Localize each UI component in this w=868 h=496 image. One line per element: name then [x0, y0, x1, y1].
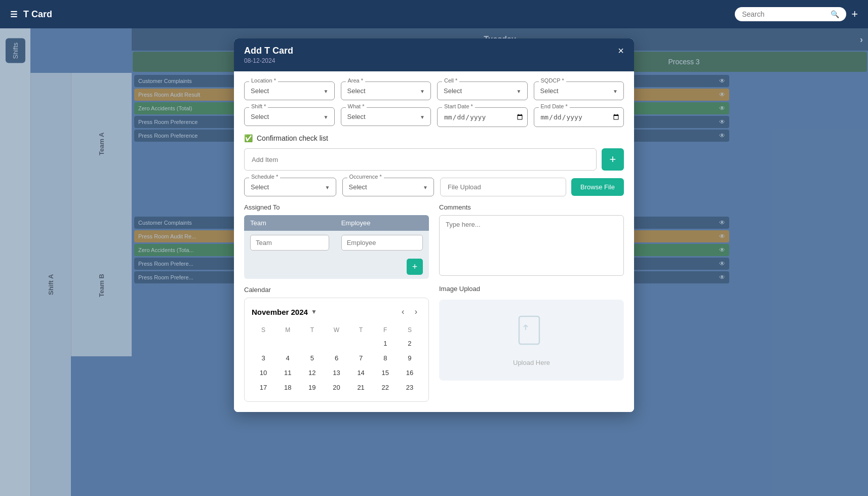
cal-day-header-s2: S	[398, 324, 421, 336]
location-group: Location * Select	[244, 81, 335, 100]
occurrence-group: Occurrence * Select	[342, 178, 435, 196]
area-select[interactable]: Select	[341, 81, 431, 100]
cal-day-22[interactable]: 22	[374, 381, 397, 394]
cal-day-7[interactable]: 7	[349, 351, 373, 365]
calendar-nav: ‹ ›	[398, 305, 421, 318]
checklist-input[interactable]	[244, 148, 597, 171]
start-date-group: Start Date *	[437, 107, 528, 127]
cal-day-15[interactable]: 15	[374, 366, 397, 380]
occurrence-label: Occurrence *	[347, 174, 384, 180]
image-upload-section: Image Upload Upload Here	[439, 285, 624, 381]
occurrence-select[interactable]: Select	[342, 178, 435, 196]
cal-day-4[interactable]: 4	[276, 351, 299, 365]
cell-select[interactable]: Select	[437, 81, 528, 100]
lower-section: Assigned To Team Employee	[244, 203, 624, 402]
file-input[interactable]	[440, 178, 566, 196]
cal-day-13[interactable]: 13	[325, 366, 348, 380]
cal-day-10[interactable]: 10	[252, 366, 275, 380]
area-label: Area *	[346, 77, 366, 84]
prev-month-button[interactable]: ‹	[398, 305, 408, 318]
cal-day-header-w: W	[325, 324, 348, 336]
start-date-input[interactable]	[437, 107, 528, 127]
area-group: Area * Select	[341, 81, 431, 100]
browse-file-button[interactable]: Browse File	[571, 178, 624, 196]
employee-col-header: Employee	[335, 215, 429, 231]
app-title: T Card	[23, 9, 52, 20]
team-col-header: Team	[244, 215, 335, 231]
end-date-label: End Date *	[539, 103, 570, 109]
checklist-label: Confirmation check list	[257, 134, 328, 142]
calendar-box: November 2024 ▼ ‹ › S	[244, 298, 429, 402]
cal-day-18[interactable]: 18	[276, 381, 299, 394]
form-row-2: Shift * Select What * Select	[244, 107, 624, 127]
svg-rect-0	[519, 316, 539, 344]
cal-day	[276, 337, 299, 350]
cal-day-8[interactable]: 8	[374, 351, 397, 365]
cal-day-17[interactable]: 17	[252, 381, 275, 394]
what-group: What * Select	[341, 107, 431, 127]
modal-body: Location * Select Area * Select	[234, 71, 634, 412]
add-assigned-button[interactable]: +	[407, 259, 423, 275]
cal-day-2[interactable]: 2	[398, 337, 421, 350]
app-title-group: ☰ T Card	[10, 9, 52, 20]
hamburger-icon[interactable]: ☰	[10, 10, 17, 19]
cal-day-header-t2: T	[349, 324, 373, 336]
employee-input[interactable]	[341, 235, 423, 251]
upload-text: Upload Here	[513, 359, 550, 366]
table-row	[244, 231, 429, 255]
cal-day-5[interactable]: 5	[300, 351, 324, 365]
assigned-to-label: Assigned To	[244, 203, 429, 211]
cal-day-11[interactable]: 11	[276, 366, 299, 380]
location-select[interactable]: Select	[244, 81, 335, 100]
add-button[interactable]: +	[851, 8, 858, 21]
checklist-header: ✅ Confirmation check list	[244, 134, 624, 142]
cell-label: Cell *	[442, 77, 459, 84]
topbar: ☰ T Card 🔍 +	[0, 0, 868, 28]
month-dropdown-icon[interactable]: ▼	[311, 308, 317, 315]
cal-day	[349, 337, 373, 350]
cell-group: Cell * Select	[437, 81, 528, 100]
cal-day	[325, 337, 348, 350]
start-date-label: Start Date *	[442, 103, 475, 109]
checklist-input-row: +	[244, 148, 624, 171]
team-input[interactable]	[250, 235, 329, 251]
cal-day-6[interactable]: 6	[325, 351, 348, 365]
modal-close-button[interactable]: ×	[618, 46, 624, 56]
cal-day-1[interactable]: 1	[374, 337, 397, 350]
cal-day-23[interactable]: 23	[398, 381, 421, 394]
cal-day-21[interactable]: 21	[349, 381, 373, 394]
team-input-cell	[244, 231, 335, 255]
sqd-select[interactable]: Select	[534, 81, 624, 100]
location-label: Location *	[249, 77, 278, 84]
calendar-grid: S M T W T F S	[252, 324, 421, 394]
cal-day-14[interactable]: 14	[349, 366, 373, 380]
image-upload-box[interactable]: Upload Here	[439, 300, 624, 381]
what-select[interactable]: Select	[341, 107, 431, 126]
calendar-section: Calendar November 2024 ▼ ‹ ›	[244, 286, 429, 402]
modal-title: Add T Card	[244, 46, 293, 56]
cal-day-19[interactable]: 19	[300, 381, 324, 394]
add-item-button[interactable]: +	[602, 148, 624, 171]
shift-select[interactable]: Select	[244, 107, 335, 126]
next-month-button[interactable]: ›	[411, 305, 421, 318]
cal-day-header-m: M	[276, 324, 299, 336]
search-input[interactable]	[742, 10, 826, 18]
cal-day-12[interactable]: 12	[300, 366, 324, 380]
shift-label: Shift *	[249, 103, 268, 109]
comments-section: Comments	[439, 203, 624, 278]
file-upload-group: Browse File	[440, 178, 624, 196]
sqd-group: SQDCP * Select	[534, 81, 624, 100]
end-date-input[interactable]	[534, 107, 624, 127]
cal-day-20[interactable]: 20	[325, 381, 348, 394]
cal-day-header-s: S	[252, 324, 275, 336]
comments-textarea[interactable]	[439, 215, 624, 276]
schedule-select[interactable]: Select	[244, 178, 336, 196]
cal-day-9[interactable]: 9	[398, 351, 421, 365]
shift-group: Shift * Select	[244, 107, 335, 127]
right-section: Comments Image Upload	[439, 203, 624, 402]
cal-day-3[interactable]: 3	[252, 351, 275, 365]
modal-header-text: Add T Card 08-12-2024	[244, 46, 293, 64]
cal-day-16[interactable]: 16	[398, 366, 421, 380]
cal-day-header-f: F	[374, 324, 397, 336]
left-section: Assigned To Team Employee	[244, 203, 429, 402]
